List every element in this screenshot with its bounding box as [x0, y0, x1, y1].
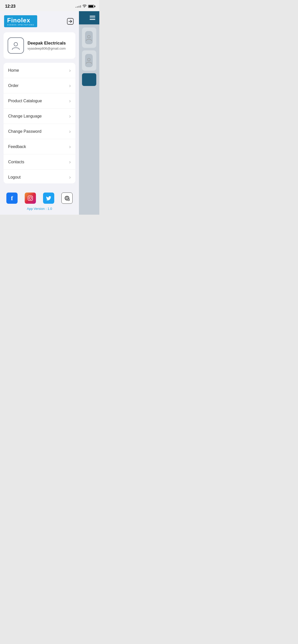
svg-point-5	[31, 197, 32, 197]
menu-item-label-order: Order	[8, 83, 19, 88]
chevron-icon-order: ›	[69, 83, 71, 89]
menu-item-order[interactable]: Order›	[4, 78, 75, 93]
user-info: Deepak Electricals vyasdeep806@gmail.com	[28, 41, 66, 50]
chevron-icon-logout: ›	[69, 174, 71, 180]
menu-item-feedback[interactable]: Feedback›	[4, 139, 75, 154]
drawer-header: Finolex XCEEDS XPECTATIONS	[0, 11, 79, 30]
signal-icon	[75, 5, 81, 8]
logo-tagline: XCEEDS XPECTATIONS	[7, 24, 34, 26]
status-time: 12:23	[5, 4, 16, 9]
menu-list: Home›Order›Product Catalogue›Change Lang…	[4, 63, 75, 183]
blurred-card-1	[82, 27, 96, 48]
web-icon[interactable]	[61, 193, 73, 204]
screen-wrapper: Finolex XCEEDS XPECTATIONS Deepak E	[0, 11, 99, 215]
wifi-icon	[83, 4, 87, 8]
menu-item-label-product-catalogue: Product Catalogue	[8, 99, 42, 103]
menu-item-label-change-password: Change Password	[8, 129, 42, 134]
svg-rect-3	[28, 196, 33, 200]
menu-item-label-home: Home	[8, 68, 19, 73]
menu-item-label-logout: Logout	[8, 175, 21, 180]
right-content	[79, 24, 99, 215]
menu-item-label-change-language: Change Language	[8, 114, 42, 119]
avatar	[8, 37, 24, 54]
blurred-card-2	[82, 50, 96, 71]
logo: Finolex XCEEDS XPECTATIONS	[4, 15, 37, 27]
user-name: Deepak Electricals	[28, 41, 66, 46]
hamburger-icon[interactable]	[90, 16, 95, 20]
svg-point-2	[14, 42, 18, 46]
app-version: App Version : 1.0	[0, 207, 79, 215]
right-panel	[79, 11, 99, 215]
chevron-icon-change-language: ›	[69, 113, 71, 119]
blurred-avatar	[85, 31, 93, 44]
menu-item-label-contacts: Contacts	[8, 160, 24, 164]
menu-item-contacts[interactable]: Contacts›	[4, 154, 75, 170]
svg-point-14	[88, 35, 90, 38]
menu-item-change-password[interactable]: Change Password›	[4, 124, 75, 139]
status-icons	[75, 4, 94, 8]
blurred-button	[82, 73, 96, 86]
chevron-icon-contacts: ›	[69, 159, 71, 165]
instagram-icon[interactable]	[25, 193, 36, 204]
user-email: vyasdeep806@gmail.com	[28, 47, 66, 50]
logout-icon-button[interactable]	[66, 17, 75, 26]
menu-item-logout[interactable]: Logout›	[4, 170, 75, 183]
status-bar: 12:23	[0, 0, 99, 11]
svg-point-15	[88, 58, 90, 61]
menu-item-change-language[interactable]: Change Language›	[4, 109, 75, 124]
menu-item-product-catalogue[interactable]: Product Catalogue›	[4, 93, 75, 109]
drawer-menu: Finolex XCEEDS XPECTATIONS Deepak E	[0, 11, 79, 215]
twitter-icon[interactable]	[43, 193, 54, 204]
profile-card: Deepak Electricals vyasdeep806@gmail.com	[4, 32, 75, 59]
social-bar: f	[0, 185, 79, 207]
chevron-icon-change-password: ›	[69, 128, 71, 134]
right-panel-header	[79, 11, 99, 24]
facebook-icon[interactable]: f	[6, 193, 18, 204]
chevron-icon-product-catalogue: ›	[69, 98, 71, 104]
logo-brand: Finolex	[7, 17, 30, 23]
menu-item-home[interactable]: Home›	[4, 63, 75, 78]
blurred-avatar-2	[85, 54, 93, 67]
svg-point-4	[29, 197, 31, 199]
chevron-icon-home: ›	[69, 67, 71, 73]
chevron-icon-feedback: ›	[69, 144, 71, 150]
battery-icon	[88, 5, 94, 8]
menu-item-label-feedback: Feedback	[8, 144, 26, 149]
